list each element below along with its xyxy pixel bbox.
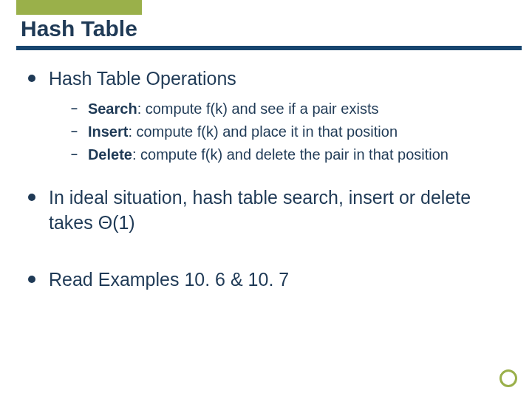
dash-icon: –: [71, 102, 78, 115]
sub-bullet-bold: Insert: [88, 123, 128, 140]
bullet-item: In ideal situation, hash table search, i…: [28, 185, 510, 236]
sub-bullet-item: – Insert: compute f(k) and place it in t…: [71, 122, 510, 142]
sub-bullet-rest: : compute f(k) and place it in that posi…: [128, 123, 398, 140]
sub-bullet-list: – Search: compute f(k) and see if a pair…: [71, 99, 510, 165]
sub-bullet-item: – Delete: compute f(k) and delete the pa…: [71, 145, 510, 165]
dash-icon: –: [71, 125, 78, 138]
header-accent-bar: [16, 0, 142, 15]
spacer: [28, 242, 510, 267]
bullet-dot-icon: [28, 276, 35, 283]
bullet-text: In ideal situation, hash table search, i…: [49, 185, 510, 236]
bullet-text: Hash Table Operations: [49, 66, 236, 92]
slide-content: Hash Table Operations – Search: compute …: [28, 66, 510, 300]
bullet-dot-icon: [28, 194, 35, 201]
bullet-dot-icon: [28, 75, 35, 82]
sub-bullet-bold: Delete: [88, 146, 132, 163]
sub-bullet-text: Search: compute f(k) and see if a pair e…: [88, 99, 379, 119]
footer-circle-icon: [499, 369, 517, 387]
sub-bullet-rest: : compute f(k) and delete the pair in th…: [132, 146, 449, 163]
bullet-item: Read Examples 10. 6 & 10. 7: [28, 267, 510, 293]
dash-icon: –: [71, 148, 78, 161]
sub-bullet-bold: Search: [88, 100, 137, 117]
slide-title: Hash Table: [21, 16, 137, 41]
bullet-item: Hash Table Operations: [28, 66, 510, 92]
sub-bullet-rest: : compute f(k) and see if a pair exists: [137, 100, 379, 117]
sub-bullet-text: Delete: compute f(k) and delete the pair…: [88, 145, 449, 165]
sub-bullet-text: Insert: compute f(k) and place it in tha…: [88, 122, 398, 142]
sub-bullet-item: – Search: compute f(k) and see if a pair…: [71, 99, 510, 119]
title-underline: [16, 46, 522, 50]
bullet-text: Read Examples 10. 6 & 10. 7: [49, 267, 289, 293]
